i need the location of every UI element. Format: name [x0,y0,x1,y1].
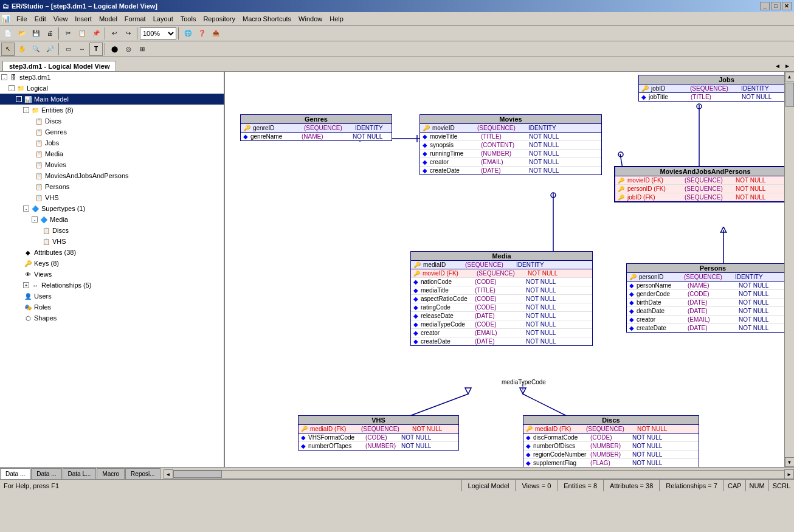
close-btn[interactable]: ✕ [782,2,792,10]
status-views: Views = 0 [516,480,558,491]
tree-shapes[interactable]: ⬡ Shapes [0,313,224,323]
scroll-thumb[interactable] [785,83,794,107]
tree-users[interactable]: 👤 Users [0,291,224,302]
tb-select[interactable]: ↖ [1,43,15,56]
scroll-left-btn[interactable]: ◄ [164,469,173,479]
tree-entity-moviesjobspersons[interactable]: 📋 MoviesAndJobsAndPersons [0,170,224,181]
menu-macro-shortcuts[interactable]: Macro Shortcuts [239,14,295,24]
tree-entity-discs[interactable]: 📋 Discs [0,116,224,126]
tree-roles[interactable]: 🎭 Roles [0,302,224,313]
tree-label-entities: Entities (8) [41,106,74,114]
tree-relationships[interactable]: + ↔ Relationships (5) [0,280,224,291]
bottom-tab-data1[interactable]: Data ... [0,468,30,479]
svg-marker-28 [520,388,526,394]
tb-paste[interactable]: 📌 [89,27,103,40]
expand-icon[interactable]: - [9,85,15,91]
table-jobs[interactable]: Jobs 🔑 jobID (SEQUENCE) IDENTITY ◆ jobTi… [638,75,784,102]
table-movies[interactable]: Movies 🔑 movieID (SEQUENCE) IDENTITY ◆ m… [419,114,602,175]
table-vhs[interactable]: VHS 🔑 mediaID (FK) (SEQUENCE) NOT NULL ◆… [298,415,459,451]
tb-cut[interactable]: ✂ [61,27,75,40]
tree-super-discs[interactable]: 📋 Discs [0,225,224,236]
bottom-tab-macro[interactable]: Macro [97,468,125,479]
expand-icon[interactable]: + [23,282,29,288]
expand-icon[interactable]: - [23,107,29,113]
scroll-right-btn[interactable]: ► [784,469,794,479]
tb-zoom-out[interactable]: 🔎 [43,43,57,56]
zoom-select[interactable]: 100% 75% 50% 125% 150% [140,27,176,40]
tree-entity-movies[interactable]: 📋 Movies [0,159,224,170]
window-controls[interactable]: _ □ ✕ [760,2,792,10]
tb-copy[interactable]: 📋 [75,27,89,40]
menu-window[interactable]: Window [295,14,326,24]
expand-icon[interactable]: - [1,74,7,80]
tb-undo[interactable]: ↩ [108,27,121,40]
expand-icon[interactable]: - [32,216,38,223]
menu-repository[interactable]: Repository [199,14,239,24]
main-tab[interactable]: step3.dm1 - Logical Model View [2,61,116,71]
tree-root[interactable]: - 🗄 step3.dm1 [0,72,224,83]
tree-entity-media[interactable]: 📋 Media [0,148,224,159]
menu-insert[interactable]: Insert [71,14,95,24]
table-persons[interactable]: Persons 🔑 personID (SEQUENCE) IDENTITY ◆… [626,263,784,333]
menu-help[interactable]: Help [326,14,347,24]
tb-print[interactable]: 🖨 [43,27,57,40]
tb-align-center[interactable]: ◎ [122,43,135,56]
hscroll-thumb[interactable] [173,471,222,478]
scroll-down-btn[interactable]: ▼ [785,457,795,467]
tb-redo[interactable]: ↪ [122,27,135,40]
scroll-up-btn[interactable]: ▲ [785,72,795,81]
tree-entity-persons[interactable]: 📋 Persons [0,181,224,192]
minimize-btn[interactable]: _ [760,2,770,10]
tree-main-model[interactable]: - 📊 Main Model [0,94,224,105]
table-discs[interactable]: Discs 🔑 mediaID (FK) (SEQUENCE) NOT NULL… [523,415,699,467]
table-header-vhs: 🔑 mediaID (FK) (SEQUENCE) NOT NULL [299,425,458,434]
menu-model[interactable]: Model [95,14,121,24]
diagram-canvas[interactable]: Genres 🔑 genreID (SEQUENCE) IDENTITY ◆ g… [225,72,784,467]
expand-icon[interactable]: - [23,206,29,212]
table-movies-jobs-persons[interactable]: MoviesAndJobsAndPersons 🔑 movieID (FK) (… [614,166,784,202]
menu-edit[interactable]: Edit [31,14,50,24]
tb-text[interactable]: T [89,43,103,56]
tb-zoom-in[interactable]: 🔍 [29,43,43,56]
attr-icon: ◆ [413,287,418,294]
expand-icon[interactable]: - [16,96,22,102]
tb-rel[interactable]: ↔ [75,43,89,56]
attr-icon: ◆ [526,460,531,466]
tree-super-vhs[interactable]: 📋 VHS [0,236,224,247]
tb-fit[interactable]: ⊞ [136,43,149,56]
tb-globe[interactable]: 🌐 [181,27,195,40]
maximize-btn[interactable]: □ [771,2,781,10]
table-media[interactable]: Media 🔑 mediaID (SEQUENCE) IDENTITY 🔑 mo… [410,251,593,346]
tree-keys[interactable]: 🔑 Keys (8) [0,258,224,269]
tree-entity-jobs[interactable]: 📋 Jobs [0,137,224,148]
tree-views[interactable]: 👁 Views [0,269,224,280]
tb-help2[interactable]: ❓ [195,27,209,40]
menu-view[interactable]: View [50,14,72,24]
tab-nav-right[interactable]: ► [783,61,792,70]
tb-new[interactable]: 📄 [1,27,15,40]
tb-export[interactable]: 📤 [209,27,223,40]
tab-nav-left[interactable]: ◄ [773,61,782,70]
tree-supertypes[interactable]: - 🔷 Supertypes (1) [0,203,224,214]
tb-entity[interactable]: ▭ [61,43,75,56]
attr-icon: ◆ [413,313,418,319]
tree-entities[interactable]: - 📁 Entities (8) [0,105,224,116]
tb-save[interactable]: 💾 [29,27,43,40]
vertical-scrollbar[interactable]: ▲ ▼ [784,72,794,467]
menu-format[interactable]: Format [121,14,150,24]
tb-hand[interactable]: ✋ [15,43,29,56]
bottom-tab-reposi[interactable]: Reposi... [125,468,160,479]
tree-entity-genres[interactable]: 📋 Genres [0,126,224,137]
menu-file[interactable]: File [13,14,31,24]
menu-tools[interactable]: Tools [177,14,200,24]
bottom-tab-datal[interactable]: Data L... [63,468,97,479]
tree-entity-vhs[interactable]: 📋 VHS [0,192,224,203]
tb-open[interactable]: 📂 [15,27,29,40]
table-genres[interactable]: Genres 🔑 genreID (SEQUENCE) IDENTITY ◆ g… [240,114,392,141]
tree-logical[interactable]: - 📁 Logical [0,83,224,94]
tree-attributes[interactable]: ◆ Attributes (38) [0,247,224,258]
bottom-tab-data2[interactable]: Data ... [31,468,61,479]
tb-align-left[interactable]: ⬤ [108,43,121,56]
tree-supertype-media[interactable]: - 🔷 Media [0,214,224,225]
menu-layout[interactable]: Layout [150,14,177,24]
